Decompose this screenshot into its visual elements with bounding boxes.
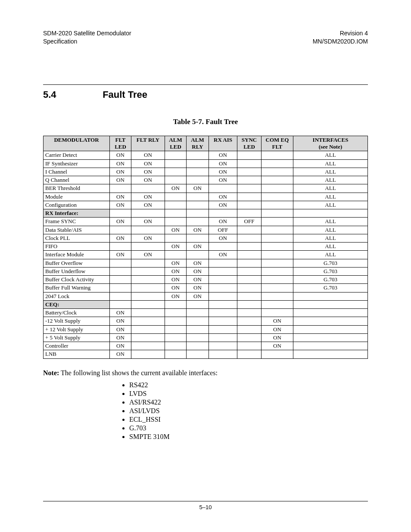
cell [165,201,187,209]
cell [262,176,293,184]
cell [237,259,262,267]
cell [237,300,262,308]
cell: ON [209,168,237,176]
cell [209,350,237,358]
cell [209,259,237,267]
cell: ON [131,234,165,242]
page-number: 5–10 [43,504,368,510]
cell [237,333,262,342]
cell [187,251,209,259]
cell: ON [110,234,131,242]
cell [209,209,237,218]
header-left: SDM-2020 Satellite Demodulator Specifica… [43,29,131,46]
row-name: Buffer Clock Activity [44,276,110,284]
cell: ON [165,276,187,284]
note-label: Note: [43,369,59,376]
cell: ON [110,201,131,209]
cell: ON [262,342,293,350]
fault-tree-table: DEMODULATORFLTLEDFLT RLYALMLEDALMRLYRX A… [43,136,368,359]
cell [237,342,262,350]
cell: ON [165,284,187,292]
cell [131,243,165,251]
table-body: Carrier DetectONONONALLIF SynthesizerONO… [44,151,368,358]
table-row: Interface ModuleONONONALL [44,251,368,259]
list-item: ASI/RS422 [129,398,368,407]
cell [110,292,131,300]
cell [187,300,209,308]
table-row: LNBON [44,350,368,358]
cell [131,350,165,358]
cell [165,325,187,333]
cell: ON [110,168,131,176]
cell [237,317,262,325]
cell: ON [187,267,209,275]
table-row: Buffer OverflowONONG.703 [44,259,368,267]
cell [110,284,131,292]
column-header: FLT RLY [131,136,165,151]
footer-rule [43,501,368,501]
cell: ON [165,226,187,234]
table-row: ModuleONONONALL [44,193,368,201]
cell: ON [110,218,131,226]
cell: ALL [293,218,368,226]
cell [131,267,165,275]
cell [131,317,165,325]
cell [187,159,209,168]
cell [209,184,237,193]
table-row: ControllerONON [44,342,368,350]
cell [237,168,262,176]
cell [187,309,209,317]
table-row: IF SynthesizerONONONALL [44,159,368,168]
table-row: BER ThresholdONONALL [44,184,368,193]
cell [293,342,368,350]
cell [187,342,209,350]
cell: ON [165,267,187,275]
cell: ON [110,193,131,201]
table-row: -12 Volt SupplyONON [44,317,368,325]
cell [165,218,187,226]
header-right: Revision 4 MN/SDM2020D.IOM [313,29,368,46]
cell [293,317,368,325]
cell: ALL [293,168,368,176]
header-revision: Revision 4 [340,30,368,37]
list-item: ASI/LVDS [129,407,368,416]
cell [187,234,209,242]
cell [262,193,293,201]
divider [43,84,368,85]
cell [209,284,237,292]
cell [262,151,293,159]
cell [131,284,165,292]
cell [187,317,209,325]
cell [237,226,262,234]
cell [237,350,262,358]
cell [131,276,165,284]
cell [293,333,368,342]
cell [110,243,131,251]
table-row: RX Interface: [44,209,368,218]
cell [165,317,187,325]
cell: ON [209,176,237,184]
cell [262,251,293,259]
cell [110,259,131,267]
cell [165,234,187,242]
cell: ON [131,251,165,259]
note: Note: The following list shows the curre… [43,369,368,377]
cell [209,317,237,325]
cell [262,284,293,292]
cell [131,309,165,317]
table-row: ConfigurationONONONALL [44,201,368,209]
cell: ON [110,350,131,358]
cell: G.703 [293,267,368,275]
cell [209,342,237,350]
cell [262,309,293,317]
cell: ALL [293,243,368,251]
cell [293,350,368,358]
cell [262,243,293,251]
cell [293,325,368,333]
cell [131,300,165,308]
cell: ON [110,159,131,168]
cell: ON [110,333,131,342]
cell: ON [110,317,131,325]
cell [187,168,209,176]
cell [131,325,165,333]
